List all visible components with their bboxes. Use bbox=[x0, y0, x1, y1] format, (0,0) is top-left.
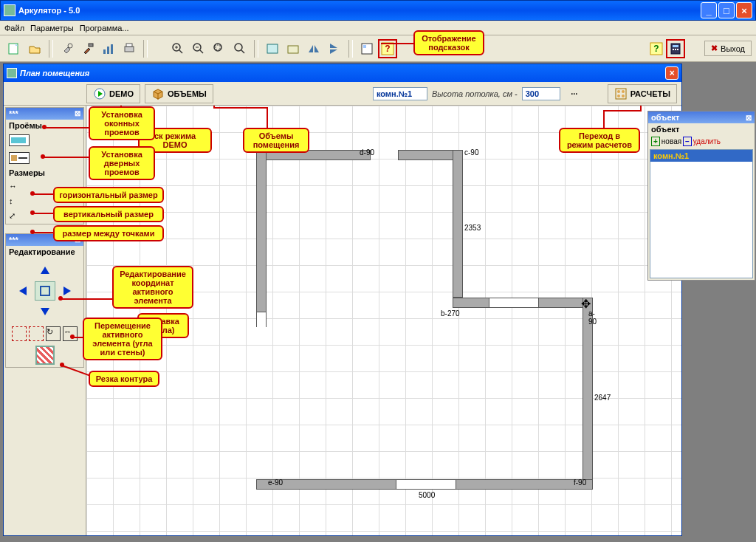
minimize-button[interactable]: _ bbox=[701, 2, 717, 18]
object-panel-header[interactable]: объект ⊠ bbox=[648, 112, 755, 123]
svg-point-36 bbox=[617, 95, 620, 97]
plan-toolbar: DEMO ОБЪЕМЫ Высота потолка, см - ··· РАС… bbox=[4, 82, 681, 106]
svg-rect-7 bbox=[126, 44, 132, 47]
object-panel-close-icon[interactable]: ⊠ bbox=[746, 114, 752, 122]
play-icon bbox=[93, 87, 106, 100]
demo-button[interactable]: DEMO bbox=[86, 84, 140, 103]
ceiling-height-input[interactable] bbox=[522, 87, 560, 100]
calc-button[interactable]: РАСЧЕТЫ bbox=[608, 84, 677, 103]
cube-icon bbox=[151, 87, 165, 100]
insert-corner-tool[interactable] bbox=[12, 326, 27, 341]
plan-icon bbox=[7, 68, 17, 78]
edit-coords-button[interactable] bbox=[35, 281, 55, 301]
rotate-tool[interactable]: ↻ bbox=[46, 326, 61, 341]
demo-label: DEMO bbox=[109, 89, 134, 98]
move-left-button[interactable] bbox=[13, 281, 33, 301]
svg-rect-31 bbox=[677, 49, 678, 50]
app-title: Аркулятор - 5.0 bbox=[18, 6, 80, 15]
callout-volumes: Объемы помещения bbox=[243, 128, 309, 153]
tool-wrench-icon[interactable] bbox=[58, 39, 77, 58]
svg-rect-5 bbox=[111, 44, 113, 54]
ceiling-label: Высота потолка, см - bbox=[432, 89, 518, 98]
main-toolbar: ? ? ✖ Выход bbox=[0, 35, 756, 62]
zoom-fit-icon[interactable] bbox=[230, 39, 250, 58]
editing-palette: *** ⊠ Редактирование bbox=[5, 233, 84, 368]
svg-line-9 bbox=[179, 50, 182, 53]
callout-window-opening: Установка оконных проемов bbox=[89, 106, 155, 140]
ellipsis-button[interactable]: ··· bbox=[565, 84, 584, 103]
palette-close-icon[interactable]: ⊠ bbox=[75, 109, 80, 118]
menu-program[interactable]: Программа... bbox=[80, 24, 129, 32]
tooltip-toggle-icon[interactable]: ? bbox=[378, 39, 397, 58]
zoom-out-icon[interactable] bbox=[189, 39, 208, 58]
svg-point-34 bbox=[617, 90, 620, 93]
svg-rect-20 bbox=[288, 46, 298, 53]
dimensions-title: Размеры bbox=[6, 167, 83, 179]
cut-contour-tool[interactable] bbox=[35, 346, 55, 365]
svg-text:?: ? bbox=[385, 44, 390, 54]
svg-point-1 bbox=[68, 44, 72, 48]
zoom-in-icon[interactable] bbox=[168, 39, 188, 58]
svg-rect-22 bbox=[363, 45, 366, 48]
exit-button[interactable]: ✖ Выход bbox=[704, 41, 752, 56]
app-icon bbox=[4, 4, 16, 16]
object-list-item[interactable]: комн.№1 bbox=[650, 150, 752, 162]
exit-x-icon: ✖ bbox=[711, 44, 718, 53]
callout-tooltip-toggle: Отображение подсказок bbox=[413, 30, 484, 55]
label-5000: 5000 bbox=[419, 491, 435, 499]
label-e90: e-90 bbox=[268, 478, 283, 487]
window-opening-tool[interactable] bbox=[6, 131, 83, 149]
layer-1-icon[interactable] bbox=[263, 39, 282, 58]
volumes-button[interactable]: ОБЪЕМЫ bbox=[145, 84, 213, 103]
plan-close-button[interactable]: × bbox=[665, 66, 678, 80]
plan-title-text: План помещения bbox=[20, 69, 89, 78]
openings-header[interactable]: *** ⊠ bbox=[6, 108, 83, 120]
mirror-v-icon[interactable] bbox=[325, 39, 344, 58]
svg-line-18 bbox=[241, 50, 244, 53]
layer-2-icon[interactable] bbox=[284, 39, 303, 58]
menubar: Файл Параметры Программа... bbox=[0, 21, 756, 35]
menu-params[interactable]: Параметры bbox=[30, 24, 74, 32]
tool-new-icon[interactable] bbox=[4, 39, 24, 58]
maximize-button[interactable]: □ bbox=[718, 2, 735, 18]
window-icon[interactable] bbox=[357, 39, 377, 58]
delete-corner-tool[interactable] bbox=[29, 326, 44, 341]
calc-icon[interactable] bbox=[666, 39, 685, 58]
mirror-tool[interactable]: ↔ bbox=[63, 326, 78, 341]
minus-icon: – bbox=[683, 137, 692, 146]
object-list[interactable]: комн.№1 bbox=[650, 149, 753, 278]
door-opening-tool[interactable] bbox=[6, 149, 83, 167]
floorplan: ✥ d-90 c-90 2353 b-270 a-90 2647 e-90 f-… bbox=[168, 150, 596, 504]
tool-open-icon[interactable] bbox=[25, 39, 44, 58]
move-down-button[interactable] bbox=[35, 302, 55, 321]
menu-file[interactable]: Файл bbox=[4, 24, 24, 32]
tool-chart-icon[interactable] bbox=[99, 39, 118, 58]
move-up-button[interactable] bbox=[35, 261, 55, 280]
callout-door-opening: Установка дверных проемов bbox=[89, 146, 155, 180]
room-name-input[interactable] bbox=[373, 87, 427, 100]
callout-move-active: Перемещение активного элемента (угла или… bbox=[83, 318, 162, 360]
window-controls: _ □ × bbox=[701, 2, 752, 18]
zoom-window-icon[interactable] bbox=[210, 39, 229, 58]
exit-label: Выход bbox=[721, 44, 745, 53]
window-opening-icon bbox=[9, 134, 30, 146]
help-icon[interactable]: ? bbox=[647, 39, 666, 58]
svg-point-37 bbox=[622, 95, 625, 97]
svg-point-35 bbox=[622, 90, 625, 93]
tool-print-icon[interactable] bbox=[120, 39, 139, 58]
callout-cut-contour: Резка контура bbox=[89, 371, 159, 387]
tool-hammer-icon[interactable] bbox=[78, 39, 97, 58]
volumes-label: ОБЪЕМЫ bbox=[168, 89, 207, 98]
callout-dim-h: горизонтальный размер bbox=[53, 187, 164, 203]
svg-rect-6 bbox=[125, 47, 134, 52]
object-delete-button[interactable]: – удалить bbox=[683, 137, 721, 146]
mirror-h-icon[interactable] bbox=[304, 39, 323, 58]
label-c90: c-90 bbox=[464, 148, 478, 157]
svg-rect-19 bbox=[267, 44, 278, 53]
svg-line-13 bbox=[200, 50, 203, 53]
object-new-button[interactable]: + новая bbox=[651, 137, 681, 146]
close-button[interactable]: × bbox=[736, 2, 752, 18]
main-titlebar: Аркулятор - 5.0 _ □ × bbox=[0, 0, 756, 21]
label-2353: 2353 bbox=[464, 224, 481, 232]
svg-rect-16 bbox=[216, 45, 220, 49]
